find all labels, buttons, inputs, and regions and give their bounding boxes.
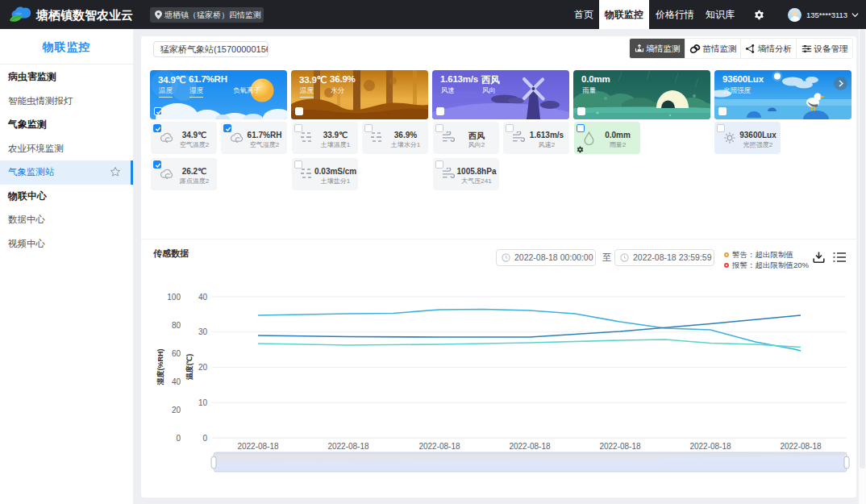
svg-text:20: 20 [172,406,181,414]
svg-text:2022-08-18: 2022-08-18 [418,442,460,451]
svg-text:2022-08-18: 2022-08-18 [780,442,822,451]
svg-text:30: 30 [198,327,208,336]
svg-text:温度(℃): 温度(℃) [185,354,194,380]
svg-text:2022-08-18: 2022-08-18 [327,442,369,451]
svg-text:40: 40 [198,293,208,302]
svg-text:湿度(%RH): 湿度(%RH) [156,349,164,386]
svg-text:10: 10 [198,398,208,407]
svg-text:2022-08-18: 2022-08-18 [509,442,551,451]
svg-text:80: 80 [172,321,181,330]
svg-text:0: 0 [176,434,181,443]
svg-text:2022-08-18: 2022-08-18 [599,442,641,451]
svg-text:0: 0 [202,434,207,443]
svg-text:20: 20 [198,363,208,372]
svg-text:40: 40 [172,377,181,386]
svg-text:2022-08-18: 2022-08-18 [237,442,279,451]
svg-text:100: 100 [167,293,181,302]
svg-text:2022-08-18: 2022-08-18 [689,442,731,451]
svg-text:60: 60 [172,349,181,358]
